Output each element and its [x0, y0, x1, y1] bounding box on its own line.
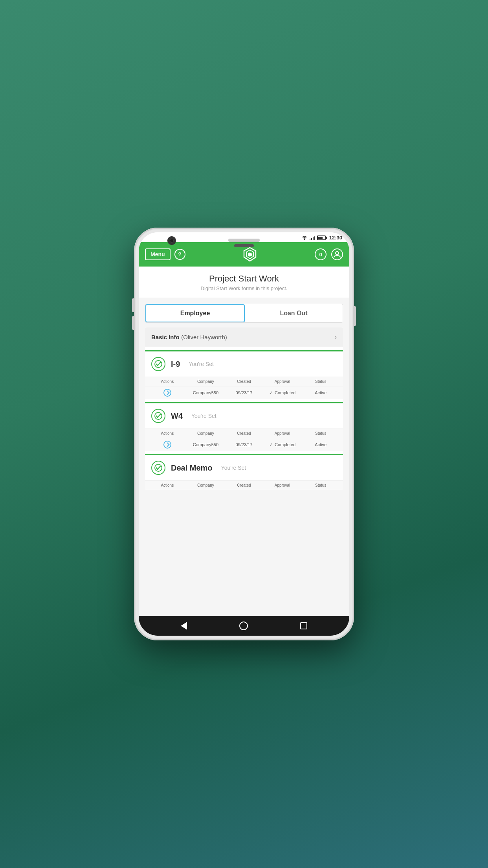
status-time: 12:30	[329, 235, 342, 241]
tab-employee[interactable]: Employee	[145, 304, 245, 322]
approval-status: Completed	[275, 442, 295, 447]
wifi-icon	[301, 235, 308, 240]
profile-button[interactable]	[331, 248, 343, 260]
form-card-i9: I-9 You're Set Actions Company Created A…	[145, 350, 343, 399]
form-header-deal-memo: Deal Memo You're Set	[145, 455, 343, 480]
home-icon	[239, 622, 248, 630]
check-circle-deal-memo	[151, 461, 165, 475]
power-button	[354, 306, 356, 326]
phone-frame: 12:30 Menu ? 0	[134, 228, 354, 640]
form-name-deal-memo: Deal Memo	[171, 463, 213, 473]
checkmark-icon-w4	[154, 412, 162, 420]
form-status-deal-memo: You're Set	[221, 465, 246, 471]
form-status-w4: You're Set	[191, 413, 216, 419]
form-card-w4: W4 You're Set Actions Company Created Ap…	[145, 402, 343, 451]
basic-info-label: Basic Info (Oliver Hayworth)	[151, 334, 227, 341]
action-view-icon-w4[interactable]	[163, 441, 171, 449]
form-name-i9: I-9	[171, 360, 180, 369]
header-right: 0	[315, 248, 343, 260]
form-table-i9: Actions Company Created Approval Status	[145, 377, 343, 399]
approval-cell: ✓ Completed	[263, 390, 302, 395]
volume-up-button	[132, 298, 134, 312]
form-table-w4: Actions Company Created Approval Status	[145, 428, 343, 451]
checkmark-icon-deal-memo	[154, 464, 162, 472]
phone-speaker	[228, 239, 260, 242]
battery-icon	[317, 235, 326, 240]
svg-marker-3	[248, 252, 252, 257]
status-cell: Active	[301, 442, 340, 447]
form-table-header-deal-memo: Actions Company Created Approval Status	[145, 481, 343, 490]
recent-icon	[300, 622, 307, 629]
svg-point-0	[304, 239, 305, 240]
approval-cell: ✓ Completed	[263, 442, 302, 447]
form-header-i9: I-9 You're Set	[145, 351, 343, 377]
check-circle-w4	[151, 409, 165, 423]
menu-button[interactable]: Menu	[145, 248, 171, 260]
action-view-icon[interactable]	[163, 389, 171, 397]
nav-home-button[interactable]	[239, 622, 248, 630]
status-icons: 12:30	[301, 235, 342, 241]
arrow-icon	[165, 442, 169, 447]
form-table-deal-memo: Actions Company Created Approval Status	[145, 480, 343, 490]
table-row: Company550 09/23/17 ✓ Completed Active	[145, 386, 343, 399]
nav-back-button[interactable]	[181, 622, 187, 630]
page-header: Project Start Work Digital Start Work fo…	[139, 267, 349, 298]
created-cell[interactable]: 09/23/17	[225, 390, 263, 395]
company-cell: Company550	[187, 442, 225, 447]
bottom-nav	[139, 616, 349, 636]
form-header-w4: W4 You're Set	[145, 403, 343, 428]
form-table-header-i9: Actions Company Created Approval Status	[145, 377, 343, 386]
form-table-header-w4: Actions Company Created Approval Status	[145, 429, 343, 438]
front-camera	[167, 236, 176, 245]
arrow-icon	[165, 390, 169, 395]
check-circle-i9	[151, 357, 165, 371]
signal-icon	[310, 235, 315, 240]
phone-screen: 12:30 Menu ? 0	[139, 232, 349, 636]
chevron-right-icon: ›	[334, 333, 337, 341]
checkmark-icon-i9	[154, 360, 162, 368]
notification-button[interactable]: 0	[315, 248, 327, 260]
tab-loan-out[interactable]: Loan Out	[245, 304, 343, 322]
approval-status: Completed	[275, 390, 295, 395]
battery-fill	[318, 237, 323, 239]
action-cell	[148, 441, 187, 449]
volume-down-button	[132, 316, 134, 330]
basic-info-row[interactable]: Basic Info (Oliver Hayworth) ›	[145, 327, 343, 347]
page-content: Project Start Work Digital Start Work fo…	[139, 267, 349, 616]
status-cell: Active	[301, 390, 340, 395]
approval-check-icon: ✓	[269, 390, 273, 395]
help-button[interactable]: ?	[174, 249, 185, 260]
created-cell[interactable]: 09/23/17	[225, 442, 263, 447]
phone-earpiece	[234, 244, 254, 247]
form-name-w4: W4	[171, 412, 183, 421]
page-subtitle: Digital Start Work forms in this project…	[145, 285, 343, 291]
approval-check-icon: ✓	[269, 442, 273, 447]
form-status-i9: You're Set	[189, 361, 214, 367]
back-icon	[181, 622, 187, 630]
table-row: Company550 09/23/17 ✓ Completed Active	[145, 438, 343, 451]
profile-icon	[333, 250, 341, 258]
page-title: Project Start Work	[145, 274, 343, 284]
app-logo	[242, 246, 258, 263]
form-card-deal-memo: Deal Memo You're Set Actions Company Cre…	[145, 454, 343, 490]
action-cell	[148, 389, 187, 397]
tab-bar: Employee Loan Out	[145, 304, 343, 323]
svg-point-4	[336, 252, 339, 255]
nav-recent-button[interactable]	[300, 622, 307, 629]
forms-section: Basic Info (Oliver Hayworth) ›	[145, 327, 343, 490]
company-cell: Company550	[187, 390, 225, 395]
